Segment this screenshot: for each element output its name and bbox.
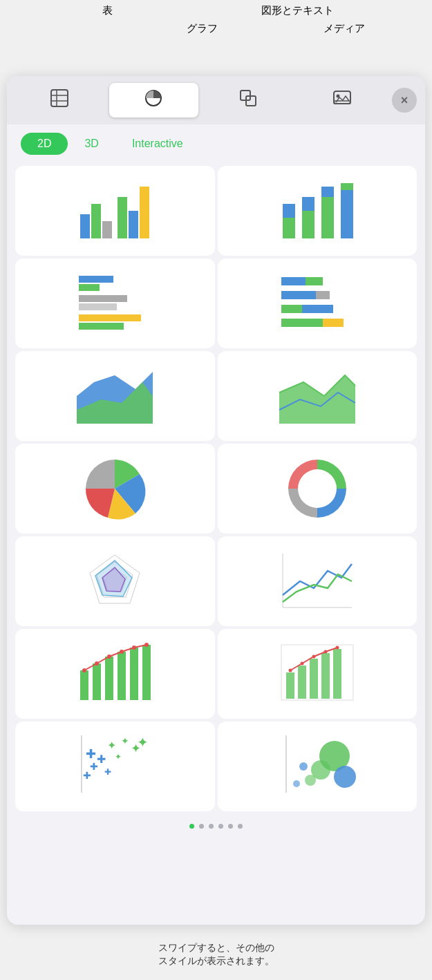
- pagination-dots: [7, 817, 425, 831]
- chart-area[interactable]: [15, 351, 215, 441]
- svg-rect-59: [298, 666, 306, 699]
- svg-rect-13: [118, 197, 127, 238]
- svg-rect-10: [80, 214, 90, 238]
- media-annotation: メディア: [323, 22, 365, 35]
- svg-rect-23: [341, 183, 353, 190]
- svg-point-83: [334, 766, 356, 788]
- chart-bar-horiz-stacked[interactable]: [218, 258, 417, 348]
- chart-line[interactable]: [218, 536, 417, 626]
- tab-shapes[interactable]: [204, 83, 292, 117]
- svg-rect-29: [79, 323, 124, 330]
- main-panel: × 2D 3D Interactive: [7, 76, 425, 925]
- chart-bar-line[interactable]: [15, 629, 215, 719]
- tab-bar: ×: [7, 76, 425, 124]
- svg-text:✦: ✦: [107, 739, 116, 751]
- svg-point-84: [299, 762, 308, 771]
- segment-2d[interactable]: 2D: [21, 133, 68, 155]
- tab-graph[interactable]: [109, 83, 198, 117]
- svg-rect-11: [91, 204, 101, 238]
- svg-text:✚: ✚: [83, 770, 91, 781]
- svg-point-65: [312, 655, 315, 659]
- chart-radar[interactable]: [15, 536, 215, 626]
- svg-text:✚: ✚: [97, 753, 106, 765]
- chart-bar-line-frame[interactable]: [218, 629, 417, 719]
- svg-rect-30: [281, 277, 306, 285]
- svg-rect-16: [283, 218, 295, 238]
- svg-rect-49: [130, 648, 138, 700]
- svg-rect-12: [102, 221, 112, 238]
- svg-point-64: [300, 662, 303, 666]
- charts-grid: ✦ ✦ ✦ ✦ ✦ ✚ ✚ ✚ ✚ ✚: [7, 160, 425, 817]
- shapes-icon: [238, 88, 258, 112]
- svg-point-51: [82, 668, 86, 672]
- svg-point-67: [335, 646, 339, 650]
- svg-rect-31: [306, 277, 323, 285]
- chart-bubble[interactable]: [218, 722, 417, 811]
- graph-annotation: グラフ: [187, 22, 218, 35]
- svg-rect-34: [281, 305, 302, 313]
- svg-point-54: [120, 650, 124, 654]
- svg-rect-21: [321, 187, 334, 197]
- svg-rect-14: [129, 211, 138, 238]
- close-button[interactable]: ×: [392, 88, 417, 113]
- svg-point-66: [323, 650, 327, 654]
- svg-rect-33: [316, 291, 330, 299]
- svg-rect-37: [323, 319, 344, 327]
- tab-media[interactable]: [298, 83, 386, 117]
- svg-rect-61: [321, 653, 330, 699]
- svg-rect-28: [79, 314, 141, 321]
- svg-text:✚: ✚: [104, 767, 111, 777]
- svg-point-56: [144, 643, 149, 647]
- svg-rect-47: [105, 657, 113, 700]
- svg-rect-45: [80, 670, 88, 700]
- table-icon: [50, 88, 69, 112]
- svg-rect-50: [142, 645, 151, 700]
- chart-bar-horiz-grouped[interactable]: [15, 258, 215, 348]
- dot-1[interactable]: [189, 824, 194, 829]
- svg-rect-32: [281, 291, 316, 299]
- svg-rect-25: [79, 284, 100, 291]
- chart-bar-grouped[interactable]: [15, 166, 215, 256]
- swipe-hint: スワイプすると、その他の スタイルが表示されます。: [158, 942, 274, 966]
- svg-rect-19: [302, 197, 314, 211]
- graph-icon: [144, 88, 163, 112]
- svg-point-85: [293, 780, 300, 787]
- svg-rect-17: [283, 204, 295, 218]
- segment-interactive[interactable]: Interactive: [115, 133, 200, 155]
- close-icon: ×: [401, 93, 408, 108]
- svg-rect-18: [302, 211, 314, 238]
- svg-point-55: [132, 646, 136, 650]
- segment-3d[interactable]: 3D: [68, 133, 115, 155]
- svg-rect-62: [333, 649, 341, 699]
- svg-text:✦: ✦: [137, 735, 149, 750]
- dot-6[interactable]: [238, 824, 243, 829]
- chart-pie[interactable]: [15, 444, 215, 534]
- chart-scatter[interactable]: ✦ ✦ ✦ ✦ ✦ ✚ ✚ ✚ ✚ ✚: [15, 722, 215, 811]
- svg-text:✦: ✦: [115, 752, 122, 762]
- svg-rect-35: [302, 305, 333, 313]
- svg-rect-0: [51, 90, 68, 106]
- media-icon: [332, 88, 352, 112]
- tab-table[interactable]: [15, 83, 104, 117]
- table-annotation: 表: [102, 4, 113, 17]
- dot-5[interactable]: [228, 824, 233, 829]
- shapes-annotation: 図形とテキスト: [261, 4, 334, 17]
- chart-area-line[interactable]: [218, 351, 417, 441]
- chart-bar-stacked[interactable]: [218, 166, 417, 256]
- svg-rect-24: [79, 276, 113, 283]
- segment-control: 2D 3D Interactive: [7, 124, 425, 160]
- svg-point-82: [305, 775, 316, 786]
- svg-rect-20: [321, 197, 334, 238]
- svg-rect-60: [310, 659, 318, 699]
- dot-3[interactable]: [209, 824, 214, 829]
- svg-point-52: [95, 661, 99, 666]
- dot-2[interactable]: [199, 824, 204, 829]
- svg-rect-15: [140, 187, 149, 238]
- svg-rect-48: [118, 652, 126, 700]
- svg-rect-27: [79, 303, 117, 310]
- svg-text:✚: ✚: [86, 747, 96, 761]
- svg-point-63: [288, 669, 292, 672]
- dot-4[interactable]: [218, 824, 223, 829]
- svg-point-53: [107, 654, 111, 659]
- chart-donut[interactable]: [218, 444, 417, 534]
